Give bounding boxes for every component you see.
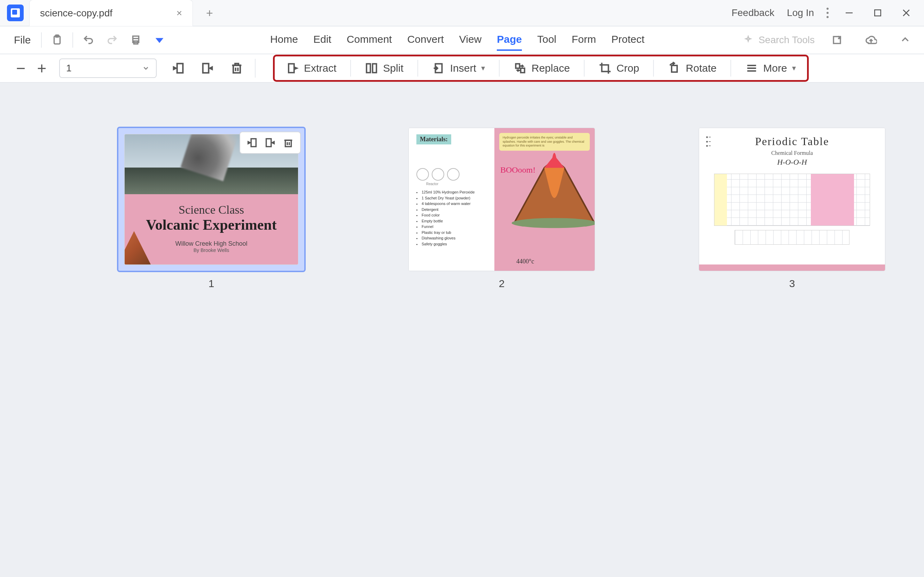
thumb3-legend: ■ ━■ ━■ ━ <box>706 135 711 148</box>
thumb3-footer-bar <box>699 264 885 271</box>
thumb1-school: Willow Creek High School <box>142 240 281 247</box>
zoom-in-button[interactable]: + <box>31 59 52 77</box>
app-logo <box>7 5 24 21</box>
tab-title: science-copy.pdf <box>40 8 176 19</box>
close-window-icon[interactable] <box>898 5 914 21</box>
svg-point-31 <box>512 218 595 228</box>
insert-button[interactable]: Insert▾ <box>424 60 493 77</box>
page-thumb-1-wrap: Science Class Volcanic Experiment Willow… <box>118 128 304 290</box>
thumb3-periodic-grid <box>714 174 870 226</box>
thumb2-right-panel: Hydrogen peroxide irritates the eyes; un… <box>494 128 595 271</box>
thumb2-volcano-illustration <box>504 128 595 259</box>
thumb1-title: Volcanic Experiment <box>142 216 281 233</box>
thumb1-subtitle: Science Class <box>142 203 281 216</box>
insert-icon <box>432 61 445 75</box>
chevron-down-icon <box>142 64 150 72</box>
svg-rect-26 <box>251 139 256 147</box>
split-button[interactable]: Split <box>357 60 411 77</box>
menu-form[interactable]: Form <box>572 29 596 51</box>
cloud-upload-icon[interactable] <box>863 32 879 48</box>
thumb2-left-panel: Materials: Reactor 125ml 10% Hydrogen Pe… <box>409 128 494 271</box>
thumb3-title: Periodic Table <box>708 135 877 148</box>
thumb1-number: 1 <box>208 278 214 290</box>
search-tools-placeholder: Search Tools <box>759 34 815 45</box>
sparkle-icon <box>743 35 753 45</box>
thumb3-lanthanide-row <box>735 230 850 245</box>
crop-button[interactable]: Crop <box>591 60 647 77</box>
page-operations-highlight: Extract Split Insert▾ Replace Crop Rotat… <box>273 55 809 82</box>
thumb2-materials-list: 125ml 10% Hydrogen Peroxide 1 Sachet Dry… <box>416 189 487 247</box>
more-button[interactable]: More▾ <box>737 60 803 77</box>
thumb-delete-icon[interactable] <box>281 136 295 150</box>
menu-tool[interactable]: Tool <box>537 29 556 51</box>
zoom-out-button[interactable]: − <box>10 59 31 77</box>
quick-tools-dropdown-icon[interactable] <box>152 32 167 48</box>
login-link[interactable]: Log In <box>787 7 814 18</box>
insert-left-icon[interactable] <box>169 58 188 78</box>
clipboard-icon[interactable] <box>50 32 65 48</box>
page-thumb-1[interactable]: Science Class Volcanic Experiment Willow… <box>118 128 304 271</box>
page-thumb-2[interactable]: Materials: Reactor 125ml 10% Hydrogen Pe… <box>409 128 595 271</box>
share-icon[interactable] <box>829 32 845 48</box>
page-thumb-2-wrap: Materials: Reactor 125ml 10% Hydrogen Pe… <box>409 128 595 290</box>
separator <box>73 32 73 48</box>
thumb-insert-left-icon[interactable] <box>245 136 259 150</box>
menu-comment[interactable]: Comment <box>347 29 392 51</box>
extract-icon <box>286 61 299 75</box>
title-bar: science-copy.pdf × + Feedback Log In <box>0 0 924 26</box>
rotate-button[interactable]: Rotate <box>660 60 724 77</box>
svg-rect-21 <box>521 68 524 73</box>
thumb2-number: 2 <box>499 278 505 290</box>
minimize-icon[interactable] <box>841 5 857 21</box>
undo-icon[interactable] <box>81 32 96 48</box>
page-thumb-3[interactable]: ■ ━■ ━■ ━ Periodic Table Chemical Formul… <box>699 128 885 271</box>
thumb-insert-right-icon[interactable] <box>263 136 277 150</box>
search-tools[interactable]: Search Tools <box>743 34 815 45</box>
overflow-menu-icon[interactable] <box>827 8 829 18</box>
separator <box>255 59 256 77</box>
collapse-ribbon-icon[interactable] <box>898 32 913 48</box>
svg-rect-10 <box>177 64 183 73</box>
maximize-icon[interactable] <box>870 5 886 21</box>
document-tab[interactable]: science-copy.pdf × <box>29 0 193 26</box>
replace-icon <box>514 61 527 75</box>
svg-rect-22 <box>672 65 677 72</box>
menu-protect[interactable]: Protect <box>611 29 644 51</box>
svg-rect-12 <box>233 65 240 73</box>
redo-icon[interactable] <box>105 32 120 48</box>
more-icon <box>745 61 758 75</box>
page-thumbnails-area: Science Class Volcanic Experiment Willow… <box>0 83 924 335</box>
svg-rect-27 <box>266 139 271 147</box>
feedback-link[interactable]: Feedback <box>732 7 774 18</box>
main-menu: Home Edit Comment Convert View Page Tool… <box>171 29 743 51</box>
menu-home[interactable]: Home <box>270 29 298 51</box>
menu-edit[interactable]: Edit <box>313 29 331 51</box>
svg-rect-1 <box>874 10 881 16</box>
thumb2-materials-tag: Materials: <box>416 134 451 144</box>
print-icon[interactable] <box>128 32 144 48</box>
rotate-icon <box>668 61 681 75</box>
close-tab-icon[interactable]: × <box>176 8 182 19</box>
thumb3-body: ■ ━■ ━■ ━ Periodic Table Chemical Formul… <box>699 128 885 264</box>
svg-rect-20 <box>516 64 519 68</box>
menu-view[interactable]: View <box>459 29 482 51</box>
page-tool-row: − + 1 Extract Split Insert▾ Replace C <box>0 54 924 83</box>
svg-marker-8 <box>156 38 164 43</box>
page-number-value: 1 <box>66 63 72 74</box>
svg-rect-17 <box>373 64 377 73</box>
thumb3-number: 3 <box>789 278 795 290</box>
replace-button[interactable]: Replace <box>506 60 577 77</box>
page-number-select[interactable]: 1 <box>59 58 156 78</box>
thumb1-caption: Science Class Volcanic Experiment Willow… <box>125 194 298 264</box>
svg-rect-15 <box>289 64 294 73</box>
menu-page[interactable]: Page <box>497 29 522 51</box>
extract-button[interactable]: Extract <box>278 60 344 77</box>
delete-page-icon[interactable] <box>227 58 247 78</box>
crop-icon <box>598 61 612 75</box>
file-menu[interactable]: File <box>7 34 38 46</box>
thumb-toolbar <box>240 132 301 154</box>
new-tab-button[interactable]: + <box>202 5 217 21</box>
insert-right-icon[interactable] <box>198 58 217 78</box>
svg-rect-28 <box>285 140 292 147</box>
menu-convert[interactable]: Convert <box>407 29 444 51</box>
